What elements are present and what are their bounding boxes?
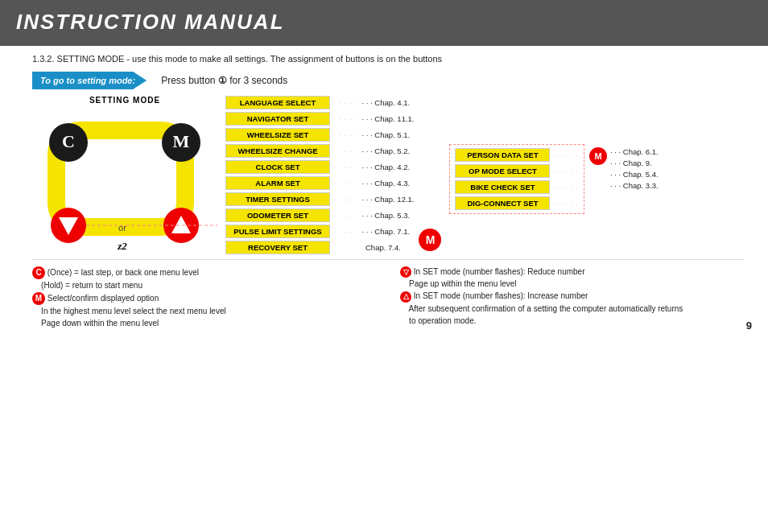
menu-section: LANGUAGE SELECT · · · · · · · · Chap. 4.…: [225, 96, 744, 254]
menu-label-digconnect: DIG-CONNECT SET: [455, 196, 550, 210]
up-icon: △: [400, 291, 411, 303]
svg-text:C: C: [62, 131, 75, 151]
note-line: After subsequent confirmation of a setti…: [400, 303, 744, 315]
main-content: 1.3.2. SETTING MODE - use this mode to m…: [0, 46, 768, 336]
intro-text: 1.3.2. SETTING MODE - use this mode to m…: [32, 54, 744, 64]
svg-text:or: or: [118, 223, 126, 233]
note-line: Page down within the menu level: [32, 318, 376, 329]
page-number: 9: [746, 320, 752, 332]
c-icon: C: [32, 266, 45, 279]
note-line: △ In SET mode (number flashes): Increase…: [400, 291, 744, 302]
note-line: C (Once) = last step, or back one menu l…: [32, 266, 376, 279]
list-item: PULSE LIMIT SETTINGS · · · · · · · · Cha…: [225, 225, 414, 238]
menu-label-opmode: OP MODE SELECT: [455, 164, 550, 178]
menu-label-pulse: PULSE LIMIT SETTINGS: [225, 225, 330, 238]
svg-text:z2: z2: [117, 240, 127, 252]
menu-label-timer: TIMER SETTINGS: [225, 192, 330, 206]
list-item: RECOVERY SET Chap. 7.4.: [225, 241, 414, 254]
menu-label-wheelsize-change: WHEELSIZE CHANGE: [225, 144, 330, 158]
note-line: to operation mode.: [400, 315, 744, 327]
diagram-area: SETTING MODE C M: [32, 96, 744, 254]
list-item: OP MODE SELECT · · · · ·: [455, 164, 579, 178]
menu-label-bikecheck: BIKE CHECK SET: [455, 180, 550, 194]
bottom-notes: C (Once) = last step, or back one menu l…: [32, 266, 744, 330]
list-item: NAVIGATOR SET · · · · · · · · Chap. 11.1…: [225, 112, 414, 126]
list-item: ALARM SET · · · · · · · · Chap. 4.3.: [225, 176, 414, 190]
page-title: INSTRUCTION MANUAL: [16, 10, 752, 35]
list-item: WHEELSIZE SET · · · · · · · · Chap. 5.1.: [225, 128, 414, 142]
list-item: ODOMETER SET · · · · · · · · Chap. 5.3.: [225, 208, 414, 222]
menu-label-recovery: RECOVERY SET: [225, 241, 330, 254]
divider: [32, 259, 744, 260]
list-item: TIMER SETTINGS · · · · · · · · Chap. 12.…: [225, 192, 414, 206]
note-line: ▽ In SET mode (number flashes): Reduce n…: [400, 266, 744, 278]
diagram-svg: C M or z2: [32, 106, 217, 251]
notes-right: ▽ In SET mode (number flashes): Reduce n…: [400, 266, 744, 330]
note-line: (Hold) = return to start menu: [32, 280, 376, 291]
menu-label-navigator: NAVIGATOR SET: [225, 112, 330, 126]
note-line: In the highest menu level select the nex…: [32, 306, 376, 317]
note-line: Page up within the menu level: [400, 278, 744, 290]
setting-mode-row: To go to setting mode: Press button ① fo…: [32, 72, 744, 89]
menu-left-col: LANGUAGE SELECT · · · · · · · · Chap. 4.…: [225, 96, 414, 254]
m-button-icon: M: [419, 229, 441, 251]
setting-mode-label: SETTING MODE: [32, 96, 217, 105]
menu-label-odometer: ODOMETER SET: [225, 208, 330, 222]
list-item: DIG-CONNECT SET · · · · ·: [455, 196, 579, 210]
menu-label-wheelsize: WHEELSIZE SET: [225, 128, 330, 142]
list-item: CLOCK SET · · · · · · · · Chap. 4.2.: [225, 160, 414, 174]
setting-mode-button: To go to setting mode:: [32, 72, 147, 89]
m-button-icon-right: M: [589, 147, 607, 165]
menu-label-alarm: ALARM SET: [225, 176, 330, 190]
list-item: BIKE CHECK SET · · · · ·: [455, 180, 579, 194]
menu-label-person: PERSON DATA SET: [455, 148, 550, 162]
svg-text:M: M: [173, 131, 190, 151]
page-header: INSTRUCTION MANUAL: [0, 0, 768, 46]
press-instruction: Press button ① for 3 seconds: [161, 75, 287, 86]
menu-columns: LANGUAGE SELECT · · · · · · · · Chap. 4.…: [225, 96, 744, 254]
menu-label-language: LANGUAGE SELECT: [225, 96, 330, 109]
bike-diagram: SETTING MODE C M: [32, 96, 217, 251]
down-icon: ▽: [400, 266, 411, 278]
menu-label-clock: CLOCK SET: [225, 160, 330, 174]
list-item: WHEELSIZE CHANGE · · · · · · · · Chap. 5…: [225, 144, 414, 158]
list-item: LANGUAGE SELECT · · · · · · · · Chap. 4.…: [225, 96, 414, 109]
note-line: M Select/confirm displayed option: [32, 292, 376, 305]
m-icon: M: [32, 292, 45, 305]
list-item: PERSON DATA SET · · · · ·: [455, 148, 579, 162]
notes-left: C (Once) = last step, or back one menu l…: [32, 266, 376, 330]
right-menu-box: PERSON DATA SET · · · · · OP MODE SELECT…: [449, 144, 584, 214]
